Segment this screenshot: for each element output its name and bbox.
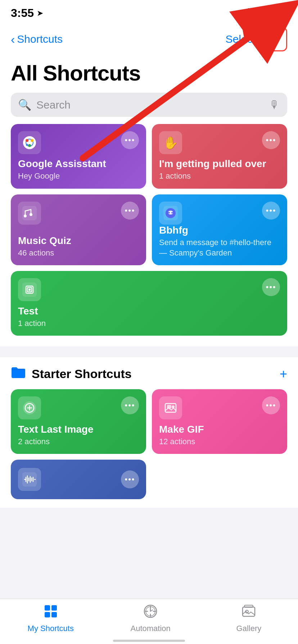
bbhfg-subtitle: Send a message to #hello-there — Scampy'… (159, 238, 280, 258)
plus-icon: + (271, 32, 280, 47)
svg-rect-37 (51, 605, 57, 611)
google-assistant-subtitle: Hey Google (18, 171, 139, 181)
starter-grid: ••• Text Last Image 2 actions (11, 389, 287, 499)
waveform-more[interactable]: ••• (121, 470, 139, 488)
search-input[interactable]: Search (36, 99, 264, 111)
svg-point-3 (31, 139, 33, 142)
bbhfg-more[interactable]: ••• (262, 202, 280, 220)
starter-section: Starter Shortcuts + ••• (0, 357, 298, 508)
shortcut-card-google-assistant[interactable]: ••• Google Assisstant Hey Google (11, 124, 146, 189)
text-last-image-more[interactable]: ••• (121, 396, 139, 414)
tab-bar: My Shortcuts Automation (0, 599, 298, 644)
shortcut-card-bbhfg[interactable]: ••• Bbhfg Send a message to #hello-there… (152, 194, 287, 265)
text-last-image-icon (18, 396, 41, 419)
shortcut-card-music-quiz[interactable]: ••• Music Quiz 46 actions (11, 194, 146, 265)
tab-automation[interactable]: Automation (129, 604, 172, 633)
starter-title: Starter Shortcuts (32, 367, 132, 381)
test-more[interactable]: ••• (262, 278, 280, 296)
select-button[interactable]: Select (226, 33, 256, 45)
home-indicator (0, 640, 298, 642)
svg-rect-19 (28, 289, 31, 291)
tab-my-shortcuts[interactable]: My Shortcuts (28, 604, 74, 633)
my-shortcuts-icon (44, 604, 58, 622)
getting-pulled-subtitle: 1 actions (159, 171, 280, 181)
music-quiz-more[interactable]: ••• (121, 202, 139, 220)
gallery-icon (241, 604, 256, 622)
shortcut-card-getting-pulled[interactable]: ✋ ••• I'm getting pulled over 1 actions (152, 124, 287, 189)
starter-card-text-last-image[interactable]: ••• Text Last Image 2 actions (11, 389, 146, 454)
status-icons (237, 8, 287, 19)
svg-point-15 (171, 212, 173, 213)
make-gif-subtitle: 12 actions (159, 437, 280, 447)
svg-point-2 (26, 139, 28, 142)
starter-add-button[interactable]: + (280, 367, 287, 382)
back-label: Shortcuts (17, 33, 63, 45)
svg-point-0 (23, 136, 36, 149)
nav-right-actions: Select + (226, 27, 287, 51)
google-assistant-title: Google Assisstant (18, 158, 139, 170)
make-gif-icon (159, 396, 182, 419)
wifi-icon (255, 8, 266, 19)
mic-icon[interactable]: 🎙 (269, 99, 280, 111)
getting-pulled-icon: ✋ (159, 131, 182, 154)
status-time: 3:55 (11, 6, 34, 20)
waveform-card[interactable]: ••• (11, 460, 146, 499)
music-quiz-icon (18, 202, 41, 225)
shortcuts-grid: ••• Google Assisstant Hey Google ✋ ••• I… (11, 124, 287, 336)
folder-icon (11, 366, 26, 382)
svg-rect-6 (22, 206, 37, 220)
shortcuts-section: ••• Google Assisstant Hey Google ✋ ••• I… (0, 124, 298, 346)
svg-rect-49 (244, 605, 253, 607)
bbhfg-icon (159, 202, 182, 225)
svg-point-4 (28, 144, 31, 147)
shortcut-card-test[interactable]: ••• Test 1 action (11, 271, 287, 336)
back-chevron-icon: ‹ (11, 32, 15, 46)
search-icon: 🔍 (18, 98, 31, 111)
svg-rect-36 (45, 605, 50, 611)
test-title: Test (18, 305, 280, 317)
make-gif-title: Make GIF (159, 424, 280, 435)
page-title: All Shortcuts (11, 61, 287, 86)
svg-point-5 (26, 144, 28, 146)
page-title-section: All Shortcuts (0, 57, 298, 93)
search-bar[interactable]: 🔍 Search 🎙 (11, 93, 287, 117)
test-subtitle: 1 action (18, 318, 280, 329)
google-assistant-more[interactable]: ••• (121, 131, 139, 149)
test-icon (18, 278, 41, 301)
starter-card-make-gif[interactable]: ••• Make GIF 12 actions (152, 389, 287, 454)
nav-bar: ‹ Shortcuts Select + (0, 23, 298, 57)
music-quiz-title: Music Quiz (18, 235, 139, 247)
signal-bars (237, 8, 250, 18)
make-gif-more[interactable]: ••• (262, 396, 280, 414)
waveform-icon (18, 468, 41, 491)
svg-point-11 (30, 213, 32, 216)
starter-header: Starter Shortcuts + (11, 366, 287, 382)
bbhfg-title: Bbhfg (159, 225, 280, 236)
automation-icon (143, 604, 158, 622)
automation-label: Automation (131, 624, 171, 633)
location-icon: ➤ (37, 9, 43, 18)
section-divider (0, 346, 298, 357)
text-last-image-subtitle: 2 actions (18, 437, 139, 447)
tab-gallery[interactable]: Gallery (227, 604, 270, 633)
google-assistant-icon (18, 131, 41, 154)
getting-pulled-title: I'm getting pulled over (159, 158, 280, 170)
add-shortcut-button[interactable]: + (263, 27, 287, 51)
my-shortcuts-label: My Shortcuts (28, 624, 74, 633)
text-last-image-title: Text Last Image (18, 424, 139, 435)
svg-point-14 (168, 212, 170, 213)
status-bar: 3:55 ➤ (0, 0, 298, 23)
svg-rect-38 (45, 612, 50, 617)
search-section: 🔍 Search 🎙 (0, 93, 298, 124)
svg-rect-39 (51, 612, 57, 617)
music-quiz-subtitle: 46 actions (18, 248, 139, 258)
back-button[interactable]: ‹ Shortcuts (11, 32, 63, 46)
gallery-label: Gallery (236, 624, 262, 633)
svg-point-10 (24, 215, 27, 217)
getting-pulled-more[interactable]: ••• (262, 131, 280, 149)
battery-icon (270, 9, 287, 18)
